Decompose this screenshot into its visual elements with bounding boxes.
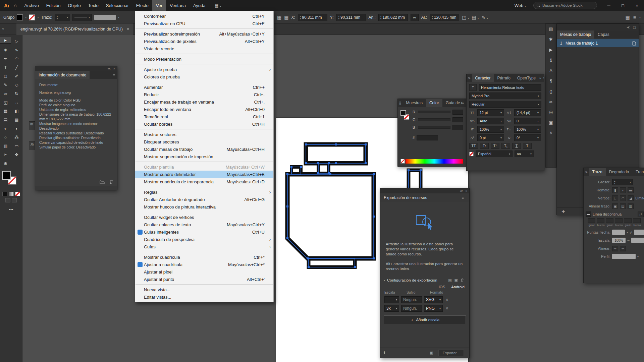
links-panel-icon[interactable]: ∞ [546,97,556,107]
menu-item-ocultar-enlaces-de-texto[interactable]: Ocultar enlaces de textoMayúsculas+Ctrl+… [135,221,273,228]
baseline-shift-select[interactable]: 0 pt▾ [477,134,504,141]
menu-item-colores-de-prueba[interactable]: Colores de prueba [135,73,273,80]
menu-item-cuadricula-de-perspectiva[interactable]: Cuadrícula de perspectiva› [135,236,273,243]
vertical-scale-select[interactable]: 100%▾ [477,126,504,133]
tab-guia-de-color[interactable]: Guía de color [442,99,462,107]
bevel-join-button[interactable]: ◢ [628,195,634,201]
paragraph-panel-icon[interactable]: ¶ [546,76,556,86]
suffix-input[interactable]: Ningun. [401,296,422,303]
menu-item-ocultar-bordes[interactable]: Ocultar bordesCtrl+H [135,120,273,128]
graph-tool[interactable]: ▥ [0,141,11,150]
panel-grip-icon[interactable]: ⇅ [584,170,589,174]
arrange-icon[interactable]: ▦ [626,15,630,20]
tab-opentype[interactable]: OpenType [514,74,539,82]
menu-item-ocultar-anotador-de-degradado[interactable]: Ocultar Anotador de degradadoAlt+Ctrl+G [135,196,273,203]
swap-arrowheads-icon[interactable]: ⇄ [630,231,632,234]
menu-item-previsualizar-en-cpu[interactable]: Previsualizar en CPUCtrl+E [135,20,273,27]
tab-trazo[interactable]: Trazo [589,168,606,176]
tracking-select[interactable]: 0▾ [514,118,541,124]
menu-item-previsualizacion-de-pixeles[interactable]: Previsualización de píxelesAlt+Ctrl+Y [135,38,273,45]
paintbrush-tool[interactable]: ✐ [11,72,22,80]
color-mode-button[interactable] [2,192,7,196]
miter-join-button[interactable]: ∟ [612,195,618,201]
menu-item-mostrar-cuadricula[interactable]: Mostrar cuadrículaCtrl+* [135,253,273,261]
kerning-select[interactable]: Auto▾ [477,118,504,124]
format-select[interactable]: PNG▾ [424,305,443,312]
dash-input[interactable] [624,218,632,223]
y-input[interactable]: ▴▾90,311 mm [336,14,366,21]
close-panel-icon[interactable]: × [466,189,467,193]
isolate-icon[interactable]: ✎ ▾ [481,15,488,20]
single-scale-icon[interactable]: ▤ [448,278,451,283]
menu-item-encajar-todo-en-ventana[interactable]: Encajar todo en ventanaAlt+Ctrl+0 [135,106,273,113]
constrain-proportions-icon[interactable]: ∞ [411,14,419,21]
menubar-item-ventana[interactable]: Ventana [166,0,190,11]
menu-item-ocultar-mesas-de-trabajo[interactable]: Ocultar mesas de trabajoMayúsculas+Ctrl+… [135,145,273,153]
menu-item-reglas[interactable]: Reglas› [135,188,273,196]
free-transform-tool[interactable]: ▦ [0,107,11,115]
blend-tool[interactable]: ◌ [0,133,11,141]
subscript-button[interactable]: T₁ [501,143,510,149]
panel-menu-icon[interactable]: ≡ [462,196,464,200]
scale-select[interactable]: 3x▾ [384,305,399,312]
stroke-color-swatch[interactable] [29,14,35,20]
menubar-item-texto[interactable]: Texto [85,0,102,11]
appearance-panel-icon[interactable]: ✳ [546,128,556,138]
rectangle-tool[interactable]: □ [0,72,11,80]
add-scale-button[interactable]: ＋ Añadir escala [384,315,466,324]
arrowhead-end-select[interactable] [634,230,644,235]
eraser-tool[interactable]: ▱ [0,89,11,98]
menu-item-previsualizar-sobreimpresion[interactable]: Previsualizar sobreimpresiónAlt+Mayúscul… [135,30,273,38]
font-size-select[interactable]: 12 pt▾ [477,109,504,116]
menu-item-mostrar-cuadro-delimitador[interactable]: Mostrar cuadro delimitadorMayúsculas+Ctr… [135,171,273,178]
artboard-tool[interactable]: ▭ [11,141,22,150]
illustrator-logo[interactable]: Ai [4,3,9,8]
menu-item-reducir[interactable]: ReducirCtrl+- [135,91,273,98]
menu-item-ajustar-al-punto[interactable]: Ajustar al puntoAlt+Ctrl+' [135,276,273,283]
panel-drag-bar[interactable]: ≪ × [35,66,117,71]
pen-tool[interactable]: ✒ [0,54,11,63]
swatches-panel-icon[interactable]: ▣ [546,117,556,128]
remove-scale-icon[interactable]: ✕ [445,298,448,302]
menu-item-tamano-real[interactable]: Tamaño realCtrl+1 [135,113,273,120]
selection-tool[interactable]: ► [0,37,11,44]
arrow-scale-end[interactable] [631,238,644,243]
dashed-line-checkbox[interactable]: ▬ [586,212,591,217]
close-document-icon[interactable]: × [127,27,129,32]
r-channel-input[interactable] [452,110,463,115]
zoom-tool[interactable]: ⊕ [0,159,11,168]
x-input[interactable]: ▴▾90,311 mm [298,14,327,21]
menu-item-bloquear-sectores[interactable]: Bloquear sectores [135,138,273,145]
lasso-tool[interactable]: ∿ [11,46,22,54]
rotate-tool[interactable]: ↻ [11,89,22,98]
line-tool[interactable]: ╱ [11,63,22,72]
fill-color-swatch[interactable] [17,14,23,20]
docked-panel-tab-fragment[interactable]: Ja [29,141,36,150]
artboard-row[interactable]: 1 Mesa de trabajo 1 [557,39,639,47]
export-drop-zone[interactable] [380,202,469,242]
none-swatch[interactable] [400,159,405,164]
arrow-scale-start[interactable]: 100% [612,238,626,243]
menu-item-editar-vistas[interactable]: Editar vistas... [135,293,273,301]
artboard-page-icon[interactable] [632,41,636,46]
android-tab[interactable]: Android [451,285,465,289]
touch-type-button[interactable]: Herramienta Retocar texto [479,84,541,91]
menu-item-ajuste-de-prueba[interactable]: Ajuste de prueba› [135,66,273,73]
r-channel-slider[interactable] [418,111,450,113]
more-options-icon[interactable]: ▾ [639,16,641,19]
dash-input[interactable] [588,218,595,223]
dash-input[interactable] [615,218,623,223]
panel-overflow-icon[interactable]: » [539,76,541,80]
superscript-button[interactable]: T¹ [491,143,499,149]
dock-options-icon[interactable]: ▢ [633,25,636,29]
document-tab[interactable]: engine.svg* al 78,26% (RGB/Previsualizac… [16,23,133,35]
format-select[interactable]: SVG▾ [424,296,443,303]
folder-icon[interactable] [100,180,105,184]
tab-caracter[interactable]: Carácter [472,74,494,82]
menu-item-ajustar-a-cuadricula[interactable]: ✓Ajustar a cuadrículaMayúsculas+Ctrl+* [135,261,273,268]
panel-grip-icon[interactable]: ⣿ [398,101,403,105]
menubar-item-edicion[interactable]: Edición [43,0,64,11]
trash-icon[interactable] [109,180,113,184]
actions-panel-icon[interactable]: ▶ [546,45,556,55]
menu-item-mostrar-sectores[interactable]: Mostrar sectores [135,131,273,138]
